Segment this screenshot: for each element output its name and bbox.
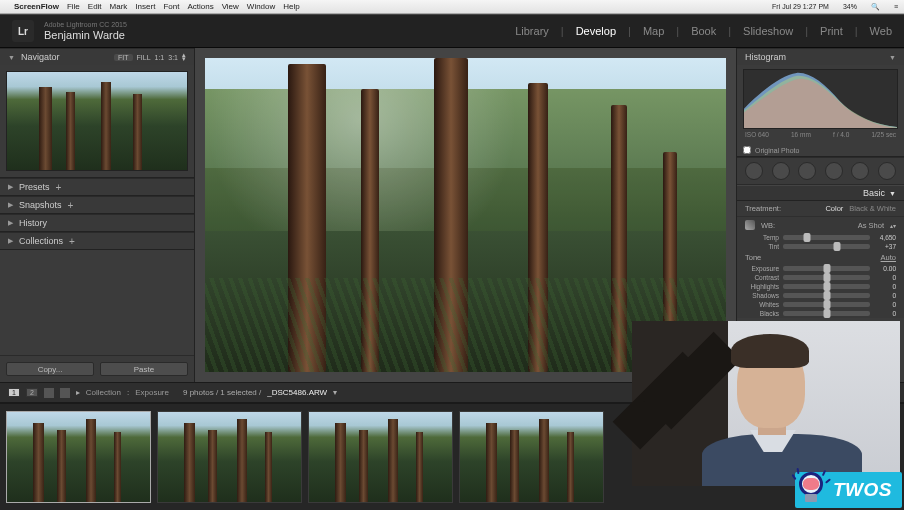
slider-thumb[interactable] [823,264,830,273]
blacks-value[interactable]: 0 [874,310,896,317]
slider-thumb[interactable] [823,273,830,282]
crumb-section[interactable]: Collection [86,388,121,397]
wb-mode[interactable]: As Shot [858,221,884,230]
zoom-stepper-icon[interactable]: ▴▾ [182,53,186,61]
history-title: History [19,218,47,228]
menu-font[interactable]: Font [163,2,179,11]
menu-file[interactable]: File [67,2,80,11]
brand-badge: TWOS [795,472,902,508]
film-thumb[interactable] [459,411,604,503]
film-thumb[interactable] [6,411,151,503]
spot-removal-tool-icon[interactable] [772,162,790,180]
histogram-header[interactable]: Histogram▼ [737,49,904,65]
slider-thumb[interactable] [823,309,830,318]
lightroom-logo-icon: Lr [12,20,34,42]
blacks-label: Blacks [745,310,779,317]
filename-dropdown-icon[interactable]: ▾ [333,388,337,397]
menu-app-name[interactable]: ScreenFlow [14,2,59,11]
slider-thumb[interactable] [804,233,811,242]
compare-view-icon[interactable] [60,388,70,398]
view-secondary[interactable]: 2 [26,388,38,397]
collections-header[interactable]: ▶Collections+ [0,233,194,249]
shadows-value[interactable]: 0 [874,292,896,299]
add-preset-icon[interactable]: + [56,182,62,193]
wb-picker-icon[interactable] [745,220,755,230]
tint-label: Tint [745,243,779,250]
crumb-name[interactable]: Exposure [135,388,169,397]
tint-track[interactable] [783,244,870,249]
app-identity[interactable]: Adobe Lightroom CC 2015 Benjamin Warde [44,21,127,41]
menu-view[interactable]: View [222,2,239,11]
tone-label: Tone [745,253,761,262]
treatment-bw[interactable]: Black & White [849,204,896,213]
slider-thumb[interactable] [823,282,830,291]
zoom-ratio[interactable]: 3:1 [168,54,178,61]
snapshots-header[interactable]: ▶Snapshots+ [0,197,194,213]
histogram-graph[interactable] [743,69,898,129]
film-thumb[interactable] [308,411,453,503]
crop-tool-icon[interactable] [745,162,763,180]
menu-edit[interactable]: Edit [88,2,102,11]
shadows-label: Shadows [745,292,779,299]
view-primary[interactable]: 1 [8,388,20,397]
wb-row: WB: As Shot ▴▾ [737,217,904,233]
grid-view-icon[interactable] [44,388,54,398]
module-map[interactable]: Map [643,25,664,37]
contrast-value[interactable]: 0 [874,274,896,281]
chevron-right-icon: ▶ [8,201,13,209]
zoom-1to1[interactable]: 1:1 [155,54,165,61]
exposure-value[interactable]: 0.00 [874,265,896,272]
add-snapshot-icon[interactable]: + [68,200,74,211]
menu-window[interactable]: Window [247,2,275,11]
module-web[interactable]: Web [870,25,892,37]
adjustment-brush-tool-icon[interactable] [878,162,896,180]
graduated-filter-tool-icon[interactable] [825,162,843,180]
tone-auto-button[interactable]: Auto [881,253,896,262]
slider-thumb[interactable] [833,242,840,251]
tint-value[interactable]: +37 [874,243,896,250]
module-develop[interactable]: Develop [576,25,616,37]
menu-insert[interactable]: Insert [135,2,155,11]
original-photo-checkbox[interactable] [743,146,751,154]
highlights-value[interactable]: 0 [874,283,896,290]
menu-mark[interactable]: Mark [110,2,128,11]
exposure-track[interactable] [783,266,870,271]
zoom-fill[interactable]: FILL [137,54,151,61]
wb-dropdown-icon[interactable]: ▴▾ [890,222,896,229]
zoom-fit[interactable]: FIT [114,54,133,61]
original-photo-row[interactable]: Original Photo [737,144,904,156]
copy-button[interactable]: Copy... [6,362,94,376]
histogram-panel: Histogram▼ ISO 640 16 mm f / 4.0 1/25 s [737,48,904,157]
slider-thumb[interactable] [823,291,830,300]
contrast-track[interactable] [783,275,870,280]
redeye-tool-icon[interactable] [798,162,816,180]
radial-filter-tool-icon[interactable] [851,162,869,180]
module-book[interactable]: Book [691,25,716,37]
whites-track[interactable] [783,302,870,307]
menu-actions[interactable]: Actions [187,2,213,11]
menubar-hamburger-icon[interactable]: ≡ [894,3,898,10]
presets-header[interactable]: ▶Presets+ [0,179,194,195]
temp-value[interactable]: 4,650 [874,234,896,241]
basic-header[interactable]: Basic▼ [737,185,904,201]
temp-slider: Temp 4,650 [737,233,904,242]
blacks-track[interactable] [783,311,870,316]
whites-value[interactable]: 0 [874,301,896,308]
menu-help[interactable]: Help [283,2,299,11]
navigator-header[interactable]: ▼ Navigator FIT FILL 1:1 3:1 ▴▾ [0,49,194,65]
highlights-track[interactable] [783,284,870,289]
slider-thumb[interactable] [823,300,830,309]
add-collection-icon[interactable]: + [69,236,75,247]
module-slideshow[interactable]: Slideshow [743,25,793,37]
spotlight-icon[interactable]: 🔍 [871,3,880,11]
basic-panel: Basic▼ Treatment: Color Black & White WB… [737,185,904,318]
history-header[interactable]: ▶History [0,215,194,231]
paste-button[interactable]: Paste [100,362,188,376]
module-library[interactable]: Library [515,25,549,37]
navigator-thumbnail[interactable] [6,71,188,171]
temp-track[interactable] [783,235,870,240]
module-print[interactable]: Print [820,25,843,37]
film-thumb[interactable] [157,411,302,503]
treatment-color[interactable]: Color [825,204,843,213]
shadows-track[interactable] [783,293,870,298]
